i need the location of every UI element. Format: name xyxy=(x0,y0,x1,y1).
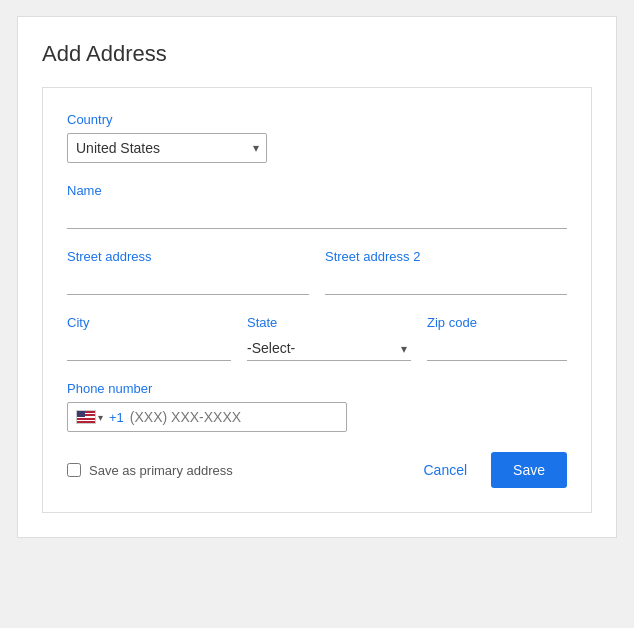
save-primary-label[interactable]: Save as primary address xyxy=(67,463,233,478)
phone-number-input[interactable] xyxy=(130,409,338,425)
phone-input-wrapper: ▾ +1 xyxy=(67,402,347,432)
flag-chevron-icon: ▾ xyxy=(98,412,103,423)
us-flag-icon xyxy=(76,410,96,424)
state-col: State -Select- Alabama Alaska Arizona Ca… xyxy=(247,315,411,361)
state-select[interactable]: -Select- Alabama Alaska Arizona Californ… xyxy=(247,336,411,361)
country-group: Country United States Canada United King… xyxy=(67,112,567,163)
phone-label: Phone number xyxy=(67,381,567,396)
save-primary-checkbox[interactable] xyxy=(67,463,81,477)
street-input[interactable] xyxy=(67,270,309,295)
save-button[interactable]: Save xyxy=(491,452,567,488)
street1-col: Street address xyxy=(67,249,309,295)
address-form-card: Country United States Canada United King… xyxy=(42,87,592,513)
street2-col: Street address 2 xyxy=(325,249,567,295)
action-buttons: Cancel Save xyxy=(411,452,567,488)
save-primary-text: Save as primary address xyxy=(89,463,233,478)
city-input[interactable] xyxy=(67,336,231,361)
name-group: Name xyxy=(67,183,567,229)
name-label: Name xyxy=(67,183,567,198)
state-label: State xyxy=(247,315,411,330)
cancel-button[interactable]: Cancel xyxy=(411,454,479,486)
page-title: Add Address xyxy=(42,41,592,67)
street2-label: Street address 2 xyxy=(325,249,567,264)
street2-input[interactable] xyxy=(325,270,567,295)
zip-label: Zip code xyxy=(427,315,567,330)
name-input[interactable] xyxy=(67,204,567,229)
country-select-wrapper: United States Canada United Kingdom Aust… xyxy=(67,133,267,163)
city-col: City xyxy=(67,315,231,361)
country-label: Country xyxy=(67,112,567,127)
phone-flag-selector[interactable]: ▾ xyxy=(76,410,103,424)
phone-group: Phone number ▾ +1 xyxy=(67,381,567,432)
city-label: City xyxy=(67,315,231,330)
street-group: Street address Street address 2 xyxy=(67,249,567,295)
zip-input[interactable] xyxy=(427,336,567,361)
country-select[interactable]: United States Canada United Kingdom Aust… xyxy=(67,133,267,163)
form-actions: Save as primary address Cancel Save xyxy=(67,452,567,488)
street-label: Street address xyxy=(67,249,309,264)
state-select-wrapper: -Select- Alabama Alaska Arizona Californ… xyxy=(247,336,411,361)
phone-country-code: +1 xyxy=(109,410,124,425)
city-state-zip-group: City State -Select- Alabama Alaska Arizo… xyxy=(67,315,567,361)
zip-col: Zip code xyxy=(427,315,567,361)
